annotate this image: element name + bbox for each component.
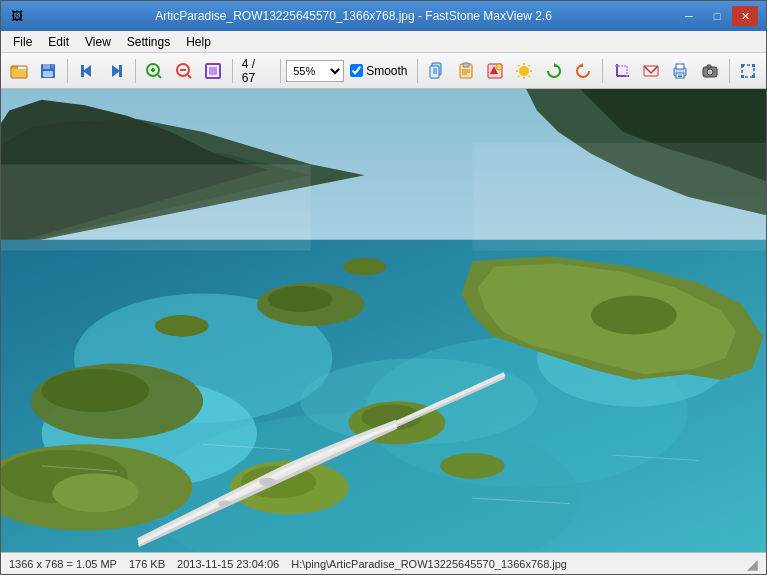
app-icon: 🖼 — [9, 8, 25, 24]
app-window: 🖼 ArticParadise_ROW13225645570_1366x768.… — [0, 0, 767, 575]
svg-rect-8 — [81, 65, 84, 77]
rotate-cw-button[interactable] — [540, 57, 567, 85]
svg-point-85 — [591, 296, 677, 335]
next-button[interactable] — [102, 57, 129, 85]
window-controls: ─ □ ✕ — [676, 6, 758, 26]
separator-3 — [232, 59, 233, 83]
menu-help[interactable]: Help — [178, 33, 219, 51]
image-counter: 4 / 67 — [238, 57, 275, 85]
svg-rect-1 — [11, 69, 27, 78]
svg-marker-9 — [112, 65, 120, 77]
zoom-out-button[interactable] — [170, 57, 197, 85]
prev-button[interactable] — [73, 57, 100, 85]
save-button[interactable] — [34, 57, 61, 85]
svg-line-40 — [529, 65, 531, 67]
paste-button[interactable] — [452, 57, 479, 85]
svg-point-82 — [268, 286, 333, 312]
svg-line-17 — [188, 75, 191, 78]
svg-point-32 — [496, 64, 502, 70]
svg-rect-21 — [430, 66, 439, 78]
select-region-button[interactable] — [735, 57, 762, 85]
crop-button[interactable] — [608, 57, 635, 85]
file-size: 176 KB — [129, 558, 165, 570]
screenshot-button[interactable] — [696, 57, 723, 85]
svg-rect-59 — [741, 64, 744, 67]
svg-rect-26 — [463, 63, 469, 67]
svg-point-77 — [42, 369, 150, 412]
svg-point-97 — [259, 478, 276, 487]
title-bar: 🖼 ArticParadise_ROW13225645570_1366x768.… — [1, 1, 766, 31]
menu-file[interactable]: File — [5, 33, 40, 51]
image-area — [1, 89, 766, 552]
separator-4 — [280, 59, 281, 83]
resize-grip: ◢ — [747, 556, 758, 572]
print-button[interactable] — [667, 57, 694, 85]
menu-view[interactable]: View — [77, 33, 119, 51]
smooth-label[interactable]: Smooth — [346, 64, 411, 78]
zoom-control: 55% 25% 50% 75% 100% 150% 200% — [286, 60, 344, 82]
datetime: 2013-11-15 23:04:06 — [177, 558, 279, 570]
svg-rect-10 — [119, 65, 122, 77]
photo-svg — [1, 89, 766, 552]
svg-rect-19 — [209, 67, 217, 75]
menu-edit[interactable]: Edit — [40, 33, 77, 51]
svg-line-38 — [518, 65, 520, 67]
image-dimensions: 1366 x 768 = 1.05 MP — [9, 558, 117, 570]
content-area: 1366 x 768 = 1.05 MP 176 KB 2013-11-15 2… — [1, 89, 766, 574]
svg-rect-62 — [752, 75, 755, 78]
svg-point-92 — [343, 258, 386, 275]
svg-line-41 — [518, 75, 520, 77]
status-bar: 1366 x 768 = 1.05 MP 176 KB 2013-11-15 2… — [1, 552, 766, 574]
svg-point-98 — [218, 500, 231, 506]
svg-rect-61 — [741, 75, 744, 78]
separator-5 — [417, 59, 418, 83]
separator-7 — [729, 59, 730, 83]
smooth-checkbox[interactable] — [350, 64, 363, 77]
email-button[interactable] — [637, 57, 664, 85]
svg-point-56 — [708, 70, 711, 73]
svg-marker-7 — [83, 65, 91, 77]
window-title: ArticParadise_ROW13225645570_1366x768.jp… — [31, 9, 676, 23]
svg-rect-50 — [676, 64, 684, 69]
open-button[interactable] — [5, 57, 32, 85]
fit-window-button[interactable] — [199, 57, 226, 85]
svg-rect-4 — [43, 64, 50, 69]
svg-rect-6 — [51, 64, 54, 68]
menu-bar: File Edit View Settings Help — [1, 31, 766, 53]
separator-1 — [67, 59, 68, 83]
separator-2 — [135, 59, 136, 83]
svg-rect-5 — [43, 71, 53, 77]
rotate-ccw-button[interactable] — [570, 57, 597, 85]
menu-settings[interactable]: Settings — [119, 33, 178, 51]
svg-rect-100 — [472, 143, 766, 251]
svg-point-91 — [155, 315, 209, 337]
edit-button[interactable] — [481, 57, 508, 85]
svg-point-90 — [440, 453, 505, 479]
copy-button[interactable] — [422, 57, 449, 85]
svg-rect-60 — [752, 64, 755, 67]
svg-point-80 — [52, 473, 138, 512]
toolbar: 4 / 67 55% 25% 50% 75% 100% 150% 200% Sm… — [1, 53, 766, 89]
brightness-button[interactable] — [511, 57, 538, 85]
separator-6 — [602, 59, 603, 83]
zoom-in-button[interactable] — [141, 57, 168, 85]
maximize-button[interactable]: □ — [704, 6, 730, 26]
svg-line-14 — [158, 75, 161, 78]
minimize-button[interactable]: ─ — [676, 6, 702, 26]
zoom-select[interactable]: 55% 25% 50% 75% 100% 150% 200% — [286, 60, 344, 82]
file-path: H:\ping\ArticParadise_ROW13225645570_136… — [291, 558, 567, 570]
close-button[interactable]: ✕ — [732, 6, 758, 26]
svg-line-39 — [529, 75, 531, 77]
svg-rect-99 — [1, 164, 311, 250]
svg-point-33 — [519, 66, 529, 76]
photo-container — [1, 89, 766, 552]
svg-rect-57 — [707, 65, 711, 68]
smooth-text: Smooth — [366, 64, 407, 78]
